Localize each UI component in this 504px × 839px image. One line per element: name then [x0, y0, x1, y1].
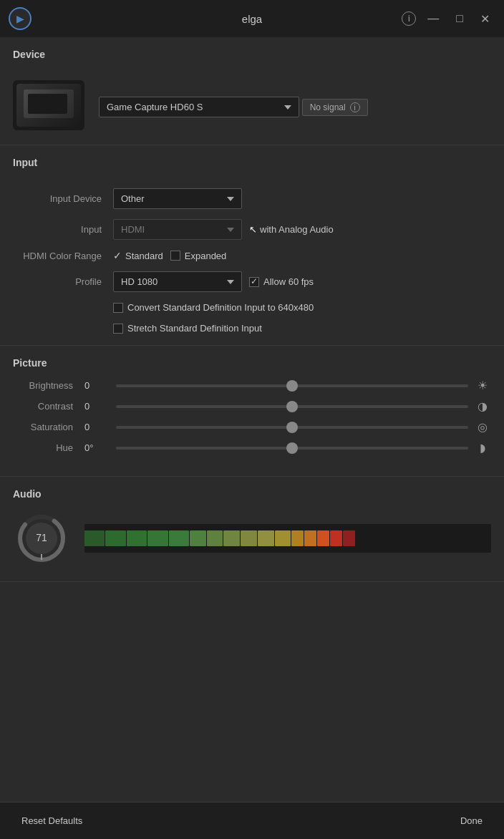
brightness-slider-container: 0 ☀ — [84, 379, 491, 392]
contrast-slider-container: 0 ◑ — [84, 399, 491, 413]
with-analog-text: with Analog Audio — [260, 224, 334, 235]
brightness-label: Brightness — [13, 380, 84, 391]
hue-value: 0° — [84, 442, 110, 453]
contrast-slider[interactable] — [116, 405, 468, 408]
standard-option: ✓ Standard — [113, 250, 163, 261]
brightness-row: Brightness 0 ☀ — [13, 379, 491, 392]
saturation-icon: ◎ — [474, 420, 491, 434]
input-section: Input Device Other PlayStation Xbox Inpu… — [0, 181, 504, 346]
meter-seg-13 — [304, 530, 316, 546]
profile-content: HD 1080 HD 720 4K Allow 60 fps — [113, 271, 491, 292]
saturation-label: Saturation — [13, 422, 84, 432]
input-section-header: Input — [0, 145, 504, 181]
meter-seg-7 — [207, 530, 223, 546]
meter-seg-16 — [343, 530, 355, 546]
minimize-button[interactable]: — — [422, 9, 445, 28]
convert-sd-label: Convert Standard Definition Input to 640… — [127, 302, 314, 313]
reset-defaults-button[interactable]: Reset Defaults — [13, 811, 91, 830]
profile-row: Profile HD 1080 HD 720 4K Allow 60 fps — [13, 271, 491, 292]
stretch-sd-checkbox[interactable] — [113, 324, 123, 334]
input-device-content: Other PlayStation Xbox — [113, 188, 491, 209]
meter-seg-3 — [127, 530, 147, 546]
stretch-sd-content: Stretch Standard Definition Input — [113, 323, 491, 334]
convert-sd-checkbox[interactable] — [113, 303, 123, 313]
device-section-title: Device — [13, 44, 491, 60]
input-device-label: Input Device — [13, 193, 113, 204]
close-button[interactable]: ✕ — [475, 9, 495, 29]
bottom-bar: Reset Defaults Done — [0, 802, 504, 839]
meter-seg-11 — [275, 530, 291, 546]
input-device-row: Input Device Other PlayStation Xbox — [13, 188, 491, 209]
hue-icon: ◗ — [474, 441, 491, 455]
picture-section-title: Picture — [13, 353, 491, 369]
meter-seg-2 — [105, 530, 125, 546]
standard-label[interactable]: Standard — [125, 251, 163, 261]
contrast-icon: ◑ — [474, 399, 491, 413]
input-device-select[interactable]: Other PlayStation Xbox — [113, 188, 242, 209]
device-select[interactable]: Game Capture HD60 S Game Capture HD60 Ga… — [99, 97, 299, 117]
done-button[interactable]: Done — [452, 811, 491, 830]
contrast-row: Contrast 0 ◑ — [13, 399, 491, 413]
audio-content: 71 — [13, 510, 491, 567]
hdmi-color-range-row: HDMI Color Range ✓ Standard Expanded — [13, 250, 491, 261]
brightness-icon: ☀ — [474, 379, 491, 392]
app-title: elga — [242, 13, 262, 25]
app-logo: ▶ — [9, 7, 32, 30]
meter-seg-5 — [169, 530, 189, 546]
device-image — [13, 80, 84, 130]
allow-60fps-checkbox[interactable] — [249, 277, 259, 287]
saturation-slider-container: 0 ◎ — [84, 420, 491, 434]
meter-seg-14 — [317, 530, 329, 546]
saturation-slider[interactable] — [116, 426, 468, 429]
audio-meter — [84, 524, 491, 553]
brightness-value: 0 — [84, 380, 110, 391]
signal-info-icon[interactable]: i — [350, 102, 360, 112]
hue-slider[interactable] — [116, 447, 468, 450]
title-bar-left: ▶ — [9, 7, 32, 30]
meter-seg-12 — [291, 530, 304, 546]
stretch-sd-row: Stretch Standard Definition Input — [113, 323, 491, 334]
profile-select[interactable]: HD 1080 HD 720 4K — [113, 271, 242, 292]
device-capture-graphic — [16, 84, 81, 127]
meter-seg-8 — [223, 530, 240, 546]
title-bar: ▶ elga i — □ ✕ — [0, 0, 504, 37]
input-content: HDMI Component Composite ↖ with Analog A… — [113, 219, 491, 240]
audio-section: Audio 71 — [0, 477, 504, 582]
stretch-sd-option[interactable]: Stretch Standard Definition Input — [113, 323, 262, 334]
hdmi-color-range-content: ✓ Standard Expanded — [113, 250, 491, 261]
audio-meter-bar — [84, 524, 491, 553]
device-section-header: Device — [0, 37, 504, 73]
allow-60fps-label: Allow 60 fps — [263, 276, 314, 287]
expanded-checkbox[interactable] — [170, 251, 180, 261]
input-section-title: Input — [13, 152, 491, 168]
contrast-label: Contrast — [13, 401, 84, 412]
convert-sd-row: Convert Standard Definition Input to 640… — [113, 302, 491, 313]
device-section: Game Capture HD60 S Game Capture HD60 Ga… — [0, 73, 504, 145]
meter-seg-4 — [147, 530, 168, 546]
brightness-slider[interactable] — [116, 384, 468, 387]
meter-seg-9 — [241, 530, 257, 546]
maximize-button[interactable]: □ — [450, 9, 469, 28]
hue-row: Hue 0° ◗ — [13, 441, 491, 455]
convert-sd-content: Convert Standard Definition Input to 640… — [113, 302, 491, 313]
svg-text:71: 71 — [36, 532, 47, 543]
stretch-sd-label: Stretch Standard Definition Input — [127, 323, 262, 334]
hdmi-color-range-label: HDMI Color Range — [13, 251, 113, 261]
input-select[interactable]: HDMI Component Composite — [113, 219, 242, 240]
expanded-option[interactable]: Expanded — [170, 251, 227, 261]
with-analog-audio: ↖ with Analog Audio — [249, 224, 334, 235]
allow-60fps-option[interactable]: Allow 60 fps — [249, 276, 314, 287]
cursor-icon: ↖ — [249, 224, 257, 235]
info-button[interactable]: i — [402, 11, 416, 26]
convert-sd-option[interactable]: Convert Standard Definition Input to 640… — [113, 302, 314, 313]
meter-seg-6 — [190, 530, 206, 546]
input-label: Input — [13, 224, 113, 235]
hue-slider-container: 0° ◗ — [84, 441, 491, 455]
hue-label: Hue — [13, 442, 84, 453]
standard-check-icon: ✓ — [113, 250, 122, 261]
input-row: Input HDMI Component Composite ↖ with An… — [13, 219, 491, 240]
audio-knob[interactable]: 71 — [13, 510, 70, 567]
meter-seg-15 — [330, 530, 342, 546]
no-signal-text: No signal — [310, 102, 346, 112]
title-bar-controls: i — □ ✕ — [402, 9, 495, 29]
